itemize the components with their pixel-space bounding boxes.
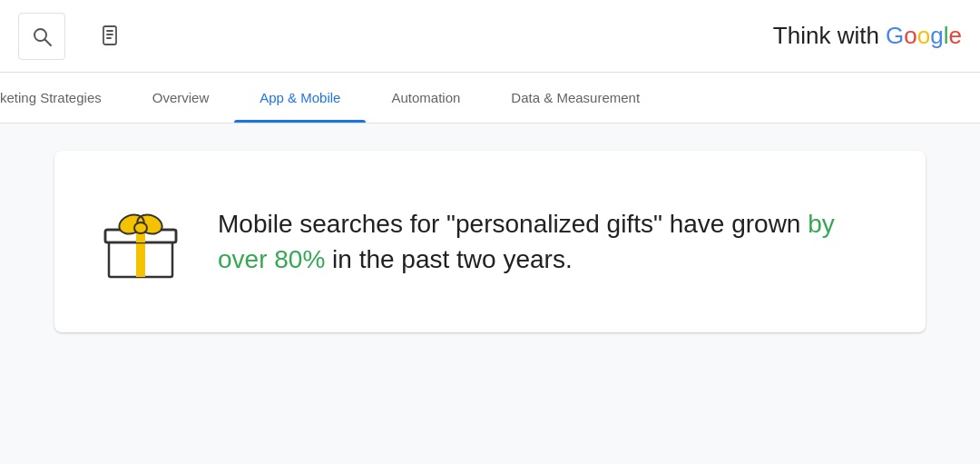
document-button[interactable]: [93, 13, 129, 60]
brand-letter-e: e: [949, 22, 962, 49]
tab-marketing-strategies-label: keting Strategies: [0, 90, 102, 105]
main-content: Mobile searches for "personalized gifts"…: [0, 123, 980, 464]
brand-letter-g2: g: [930, 22, 943, 49]
svg-line-1: [45, 39, 52, 45]
brand-letter-G: G: [886, 22, 904, 49]
brand-letter-o1: o: [904, 22, 916, 49]
stat-text-before: Mobile searches for "personalized gifts"…: [218, 210, 808, 238]
svg-rect-8: [136, 239, 145, 277]
gift-icon-wrapper: [100, 201, 181, 282]
brand-letter-o2: o: [917, 22, 930, 49]
tab-data-measurement-label: Data & Measurement: [511, 90, 640, 105]
brand-prefix: Think with: [773, 22, 886, 49]
search-button[interactable]: [18, 13, 65, 60]
tab-data-measurement[interactable]: Data & Measurement: [485, 73, 665, 123]
document-icon: [100, 25, 122, 46]
top-bar: Think with Google: [0, 0, 980, 73]
tab-app-mobile-label: App & Mobile: [260, 90, 340, 105]
tab-automation-label: Automation: [391, 90, 460, 105]
tab-app-mobile[interactable]: App & Mobile: [234, 73, 366, 123]
svg-point-16: [134, 222, 147, 233]
svg-rect-2: [103, 26, 116, 44]
tab-overview-label: Overview: [152, 90, 210, 105]
stat-card: Mobile searches for "personalized gifts"…: [54, 151, 926, 332]
brand-title: Think with Google: [773, 22, 962, 50]
search-icon: [31, 25, 53, 47]
tab-overview[interactable]: Overview: [127, 73, 235, 123]
card-stat-text: Mobile searches for "personalized gifts"…: [218, 206, 880, 277]
nav-tabs: keting Strategies Overview App & Mobile …: [0, 73, 980, 123]
stat-text-after: in the past two years.: [325, 245, 572, 273]
tab-automation[interactable]: Automation: [366, 73, 485, 123]
top-bar-left: [18, 13, 129, 60]
gift-box-icon: [100, 201, 181, 282]
tab-marketing-strategies[interactable]: keting Strategies: [0, 73, 127, 123]
